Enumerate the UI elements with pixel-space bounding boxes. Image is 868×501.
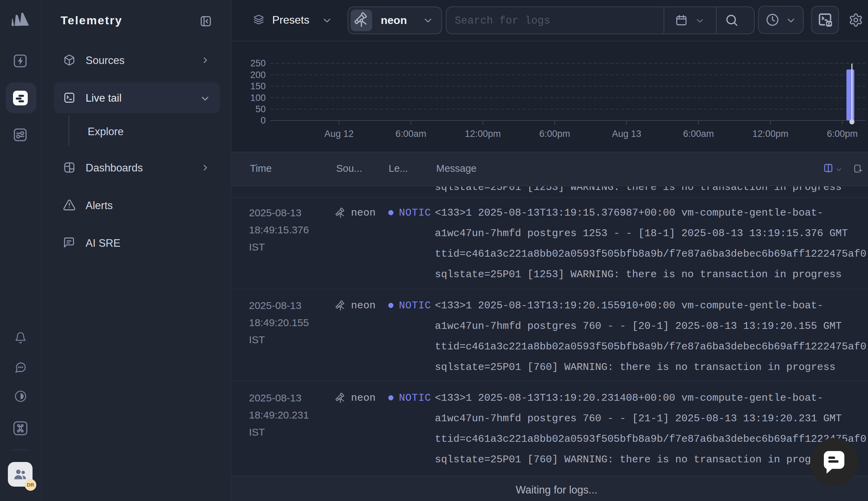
svg-text:6:00am: 6:00am <box>395 129 426 139</box>
svg-text:12:00pm: 12:00pm <box>752 129 788 139</box>
svg-text:6:00am: 6:00am <box>683 129 714 139</box>
svg-text:100: 100 <box>250 93 266 103</box>
svg-text:6:00pm: 6:00pm <box>827 129 858 139</box>
svg-text:Aug 13: Aug 13 <box>612 129 641 139</box>
svg-text:Aug 12: Aug 12 <box>324 129 354 139</box>
svg-text:50: 50 <box>255 104 266 114</box>
svg-text:6:00pm: 6:00pm <box>539 129 570 139</box>
svg-text:200: 200 <box>250 70 266 80</box>
svg-text:250: 250 <box>250 58 266 68</box>
svg-text:150: 150 <box>250 81 266 92</box>
svg-text:12:00pm: 12:00pm <box>465 129 501 139</box>
svg-text:0: 0 <box>261 115 266 126</box>
